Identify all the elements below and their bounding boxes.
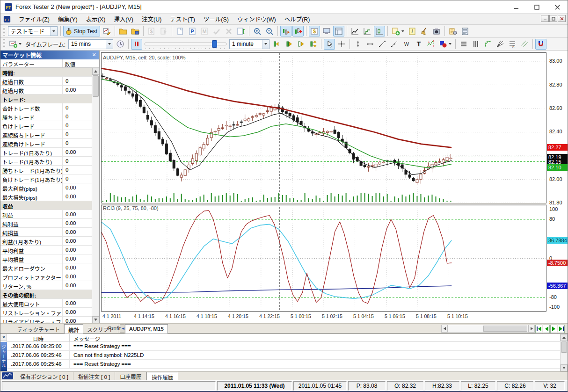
table-row[interactable]: 経過月数0.00 xyxy=(0,86,92,94)
save-project-button[interactable] xyxy=(130,26,141,36)
mdi-minimize-button[interactable] xyxy=(541,15,549,22)
scroll-up-icon[interactable] xyxy=(561,334,568,341)
step-updown-button[interactable] xyxy=(307,39,319,50)
scroll-right-icon[interactable] xyxy=(528,325,535,333)
chevron-down-icon[interactable] xyxy=(401,30,404,32)
ray-tool-button[interactable] xyxy=(389,39,400,50)
table-row[interactable]: リライアビリティー・ファクター0.00 xyxy=(0,317,92,323)
table-row[interactable]: 合計トレード数0 xyxy=(0,103,92,112)
arc-tool-button[interactable] xyxy=(482,39,494,50)
add-bar-button[interactable] xyxy=(292,26,304,36)
strategies-button[interactable] xyxy=(447,26,459,36)
timeframe-select[interactable]: 15 mins xyxy=(68,39,113,49)
journal-row[interactable]: .2017.06.06 09:25:46Can not find symbol:… xyxy=(7,351,560,360)
nav-last-button[interactable] xyxy=(558,325,565,333)
clear-chart-button[interactable] xyxy=(419,26,430,36)
bottom-tab-3[interactable]: 操作履歴 xyxy=(146,372,178,380)
journal-list-button[interactable] xyxy=(459,26,471,36)
table-row[interactable]: 純損益0.00 xyxy=(0,228,92,237)
scrollbar-thumb[interactable] xyxy=(561,341,567,353)
table-row[interactable]: 連続負けトレード0 xyxy=(0,139,92,148)
modify-test-button[interactable] xyxy=(101,26,112,36)
price-axis[interactable]: 83.0082.8082.6082.4082.0081.8082.2782.19… xyxy=(546,51,568,323)
trendline-tool-button[interactable] xyxy=(377,39,388,50)
scrollbar-thumb[interactable] xyxy=(483,326,527,332)
step-forward-button[interactable] xyxy=(295,39,306,50)
panel-tab-1[interactable]: 統計 xyxy=(64,324,83,334)
menu-item-0[interactable]: ファイル(Z) xyxy=(15,13,54,25)
table-row[interactable]: 平均利益0.00 xyxy=(0,246,92,254)
scroll-down-icon[interactable] xyxy=(92,316,99,323)
open-project-button[interactable] xyxy=(117,26,129,36)
table-row[interactable]: 最大利益(pips)0.00 xyxy=(0,183,92,192)
zoom-out-button[interactable] xyxy=(264,26,275,36)
table-row[interactable]: トレード(1日あたり)0.00 xyxy=(0,148,92,157)
table-row[interactable]: リターン, %0.00 xyxy=(0,281,92,290)
speed-slider[interactable] xyxy=(145,39,226,49)
scroll-down-icon[interactable] xyxy=(561,364,568,371)
gann-fan-button[interactable] xyxy=(495,39,506,50)
nav-prev-button[interactable] xyxy=(543,325,550,333)
screenshot-button[interactable] xyxy=(431,26,442,36)
wave-tool-button[interactable]: W xyxy=(401,39,412,50)
menu-item-1[interactable]: 編集(Y) xyxy=(54,13,82,25)
scrollbar-track[interactable] xyxy=(448,325,528,333)
scroll-left-icon[interactable] xyxy=(441,325,448,333)
nav-next-button[interactable] xyxy=(550,325,557,333)
account-info-button[interactable]: $ xyxy=(309,26,320,36)
menu-item-8[interactable]: ヘルプ(R) xyxy=(280,13,314,25)
menu-item-5[interactable]: テスト(T) xyxy=(166,13,199,25)
menu-item-3[interactable]: 挿入(V) xyxy=(109,13,138,25)
market-info-scrollbar[interactable] xyxy=(92,68,99,323)
vgrid-tool-button[interactable] xyxy=(470,39,481,50)
market-order-button[interactable] xyxy=(175,26,186,36)
magnet-button[interactable] xyxy=(535,39,546,50)
hgrid-tool-button[interactable] xyxy=(458,39,469,50)
new-chart-button[interactable] xyxy=(7,39,23,50)
test-mode-select[interactable]: テストモード xyxy=(8,26,58,36)
journal-row[interactable]: .2017.06.06 09:25:00=== Reset Strategy =… xyxy=(7,342,560,351)
pause-button[interactable] xyxy=(131,39,142,50)
time-axis[interactable]: 4 1 20114 1 14:154 1 16:154 1 18:154 1 2… xyxy=(101,312,546,323)
cursor-tool-button[interactable] xyxy=(324,39,335,50)
pane-splitter[interactable] xyxy=(101,203,546,205)
hline-tool-button[interactable] xyxy=(364,39,376,50)
menu-item-4[interactable]: 注文(U) xyxy=(138,13,166,25)
fibo-tool-button[interactable]: =A xyxy=(507,39,518,50)
table-row[interactable]: 負けトレード(1月あたり)0 xyxy=(0,174,92,183)
text-tool-button[interactable]: T xyxy=(413,39,424,50)
stop-test-button[interactable]: Stop Test xyxy=(63,26,100,36)
update-button[interactable] xyxy=(235,26,247,36)
zoom-in-button[interactable] xyxy=(252,26,263,36)
chevron-down-icon[interactable] xyxy=(50,27,57,36)
journal-vertical-tab[interactable]: ジャーナル xyxy=(0,342,7,371)
elliott-wave-button[interactable]: 132 xyxy=(425,39,437,50)
journal-scrollbar[interactable] xyxy=(560,334,568,371)
bottom-tab-1[interactable]: 指値注文 [ 0 ] xyxy=(73,372,115,380)
table-row[interactable]: プロフィットファクター0.00 xyxy=(0,272,92,281)
chevron-down-icon[interactable] xyxy=(19,43,22,45)
journal-close-icon[interactable]: ✕ xyxy=(0,334,7,341)
table-row[interactable]: リストレーション・ファクター0.00 xyxy=(0,308,92,317)
channel-tool-button[interactable] xyxy=(519,39,530,50)
table-row[interactable]: 純利益0.00 xyxy=(0,219,92,228)
journal-row[interactable]: .2017.06.06 09:25:46=== Reset Strategy =… xyxy=(7,360,560,369)
step-chart-button[interactable] xyxy=(362,26,373,36)
table-row[interactable]: 最大損失(pips)0.00 xyxy=(0,192,92,201)
table-row[interactable]: 勝ちトレード(1月あたり)0 xyxy=(0,166,92,174)
scroll-up-icon[interactable] xyxy=(92,68,99,75)
table-row[interactable]: トレード(1月あたり)0 xyxy=(0,157,92,166)
table-row[interactable]: 勝ちトレード0 xyxy=(0,112,92,121)
add-symbol-button[interactable] xyxy=(390,26,406,36)
tick-chart-button[interactable] xyxy=(280,26,291,36)
chart-tab-1[interactable]: AUDJPY, M15 xyxy=(125,324,168,334)
menu-item-2[interactable]: 表示(X) xyxy=(82,13,110,25)
panel-tab-0[interactable]: ティックチャート xyxy=(14,324,64,334)
step-bar-button[interactable] xyxy=(283,39,294,50)
pending-order-button[interactable]: P xyxy=(187,26,198,36)
vline-tool-button[interactable] xyxy=(352,39,364,50)
minimize-button[interactable] xyxy=(506,0,526,14)
table-row[interactable]: 利益0.00 xyxy=(0,210,92,219)
step-back-button[interactable] xyxy=(271,39,282,50)
speed-select[interactable]: 1 minute xyxy=(229,39,269,49)
